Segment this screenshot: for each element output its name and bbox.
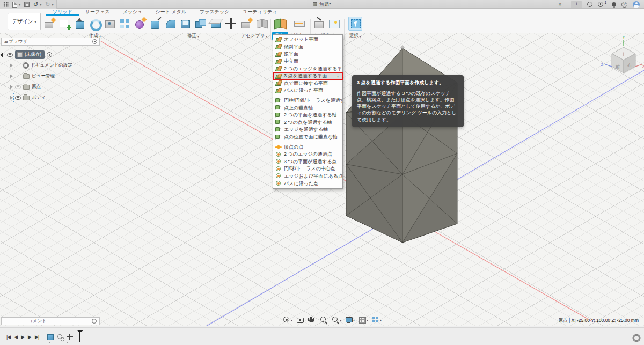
menu-item[interactable]: 2 つのエッジを通過する平面 bbox=[273, 65, 342, 72]
browser-tree-row[interactable]: 原点 bbox=[1, 82, 101, 92]
group-label-assemble[interactable]: アセンブリ▾ bbox=[241, 33, 268, 39]
viewports-icon[interactable] bbox=[372, 316, 379, 324]
menu-item[interactable]: 頂点の点 bbox=[273, 143, 342, 151]
create-sketch-icon[interactable] bbox=[58, 17, 72, 31]
zoom-icon[interactable] bbox=[320, 316, 327, 324]
ribbon-tab[interactable]: ソリッド bbox=[46, 9, 79, 16]
canvas-icon[interactable] bbox=[327, 17, 341, 31]
menu-item[interactable] bbox=[274, 142, 341, 142]
menu-item-options-icon[interactable]: ⋮ bbox=[335, 74, 340, 79]
document-root-chip[interactable]: (未保存) bbox=[15, 50, 45, 59]
menu-item[interactable]: 3 つの平面が通過する点 bbox=[273, 158, 342, 166]
menu-item[interactable]: 接平面 bbox=[273, 50, 342, 58]
collapsed-triangle-icon[interactable] bbox=[10, 85, 13, 89]
menu-item[interactable]: オフセット平面 bbox=[273, 36, 342, 43]
pattern-icon[interactable] bbox=[118, 17, 132, 31]
nav-tool[interactable]: ▾ bbox=[345, 316, 355, 324]
notifications-bell-icon[interactable] bbox=[612, 2, 616, 6]
ribbon-tab[interactable]: シート メタル bbox=[149, 9, 194, 16]
close-tab-button[interactable]: × bbox=[559, 2, 562, 8]
expand-triangle-icon[interactable] bbox=[1, 52, 6, 57]
nav-tool[interactable] bbox=[296, 316, 304, 324]
visibility-eye-icon[interactable] bbox=[15, 85, 21, 89]
pan-icon[interactable] bbox=[308, 316, 316, 324]
split-body-icon[interactable] bbox=[209, 17, 223, 31]
fillet-icon[interactable] bbox=[164, 17, 178, 31]
menu-item[interactable]: 円柱/円錐/トーラスを通過する軸 bbox=[273, 97, 342, 105]
timeline-feature-move-icon[interactable] bbox=[67, 334, 73, 340]
new-component-icon[interactable] bbox=[43, 17, 57, 31]
collapsed-triangle-icon[interactable] bbox=[10, 74, 13, 78]
extrude-icon[interactable] bbox=[73, 17, 87, 31]
menu-item[interactable]: 点の位置で面に垂直な軸 bbox=[273, 134, 342, 141]
task-status-icon[interactable] bbox=[598, 2, 603, 7]
browser-tree-row[interactable]: ビュー管理 bbox=[1, 71, 101, 82]
nav-tool[interactable]: ▾ bbox=[283, 316, 292, 324]
menu-item[interactable]: 2 つの点を通過する軸 bbox=[273, 119, 342, 127]
nav-tool-caret-icon[interactable]: ▾ bbox=[291, 318, 292, 322]
step-back-button[interactable]: ◀ bbox=[14, 334, 17, 340]
menu-item[interactable]: 点で面に接する平面 bbox=[273, 80, 342, 87]
ribbon-tab[interactable]: サーフェス bbox=[79, 9, 116, 16]
visibility-eye-icon[interactable] bbox=[15, 96, 21, 100]
menu-item[interactable]: パスに沿った平面 bbox=[273, 87, 342, 94]
menu-item[interactable] bbox=[274, 96, 341, 96]
go-to-start-button[interactable]: |◀ bbox=[6, 334, 10, 340]
menu-item[interactable]: 円/球/トーラスの中心点 bbox=[273, 165, 342, 173]
minimize-panel-icon[interactable] bbox=[92, 39, 97, 44]
job-status-icon[interactable] bbox=[587, 2, 592, 7]
menu-item[interactable]: 2 つの平面を通過する軸 bbox=[273, 112, 342, 119]
nav-tool[interactable]: ▾ bbox=[332, 316, 341, 324]
new-component-icon[interactable] bbox=[240, 17, 254, 31]
group-label-select[interactable]: 選択▾ bbox=[349, 33, 361, 39]
menu-item[interactable]: 点上の垂直軸 bbox=[273, 104, 342, 112]
nav-tool[interactable]: ▾ bbox=[358, 316, 368, 324]
help-icon[interactable]: ? bbox=[621, 2, 627, 8]
timeline-feature-body-icon[interactable] bbox=[47, 334, 54, 340]
browser-root-row[interactable]: (未保存) bbox=[1, 49, 101, 60]
view-cube[interactable]: 上 前 右 Y Z X bbox=[601, 35, 644, 73]
nav-tool[interactable] bbox=[320, 316, 328, 324]
nav-tool-caret-icon[interactable]: ▾ bbox=[353, 318, 355, 322]
timeline-feature-sketch-icon[interactable] bbox=[57, 334, 63, 340]
menu-item[interactable]: 傾斜平面 bbox=[273, 43, 342, 51]
ribbon-tab[interactable]: メッシュ bbox=[116, 9, 149, 16]
comment-bar[interactable]: コメント bbox=[1, 317, 100, 325]
vertex-point[interactable] bbox=[401, 46, 404, 49]
hole-icon[interactable] bbox=[103, 17, 117, 31]
nav-tool-caret-icon[interactable]: ▾ bbox=[340, 318, 341, 322]
nav-tool-caret-icon[interactable]: ▾ bbox=[380, 318, 382, 322]
menu-item[interactable]: パスに沿った点 bbox=[273, 180, 342, 187]
collapse-panel-icon[interactable]: ◂◂ bbox=[4, 39, 6, 45]
group-label-create[interactable]: 作成▾ bbox=[89, 33, 101, 39]
go-to-end-button[interactable]: ▶| bbox=[35, 334, 39, 340]
settings-gear-icon[interactable] bbox=[633, 335, 640, 341]
timeline-position-marker[interactable] bbox=[77, 330, 83, 342]
document-tab[interactable]: 無題* bbox=[0, 0, 644, 9]
nav-tool[interactable]: ▾ bbox=[372, 316, 382, 324]
select-icon[interactable] bbox=[348, 17, 362, 31]
fit-icon[interactable] bbox=[332, 316, 339, 324]
menu-item[interactable]: 中立面 bbox=[273, 58, 342, 65]
workspace-switcher[interactable]: デザイン ▾ bbox=[8, 13, 41, 30]
step-forward-button[interactable]: ▶ bbox=[28, 334, 31, 340]
collapsed-triangle-icon[interactable] bbox=[10, 63, 13, 68]
play-button[interactable]: ▶ bbox=[21, 334, 24, 340]
create-form-icon[interactable] bbox=[133, 17, 147, 31]
new-tab-button[interactable]: + bbox=[571, 1, 582, 8]
display-settings-icon[interactable] bbox=[345, 316, 353, 324]
derive-icon[interactable] bbox=[312, 17, 326, 31]
ribbon-tab[interactable]: ユーティリティ bbox=[236, 9, 283, 16]
revolve-icon[interactable] bbox=[88, 17, 102, 31]
press-pull-icon[interactable] bbox=[149, 17, 163, 31]
visibility-eye-icon[interactable] bbox=[7, 53, 13, 57]
minimize-comment-icon[interactable] bbox=[92, 319, 97, 324]
browser-tree-row[interactable]: ドキュメントの設定 bbox=[1, 60, 101, 71]
menu-item[interactable]: エッジを通過する軸 bbox=[273, 126, 342, 134]
measure-icon[interactable] bbox=[292, 17, 306, 31]
grid-layout-icon[interactable] bbox=[358, 316, 366, 324]
menu-item[interactable]: エッジおよび平面にある点 bbox=[273, 173, 342, 180]
move-copy-icon[interactable] bbox=[224, 17, 238, 31]
group-label-modify[interactable]: 修正▾ bbox=[187, 33, 199, 39]
nav-tool[interactable] bbox=[308, 316, 316, 324]
